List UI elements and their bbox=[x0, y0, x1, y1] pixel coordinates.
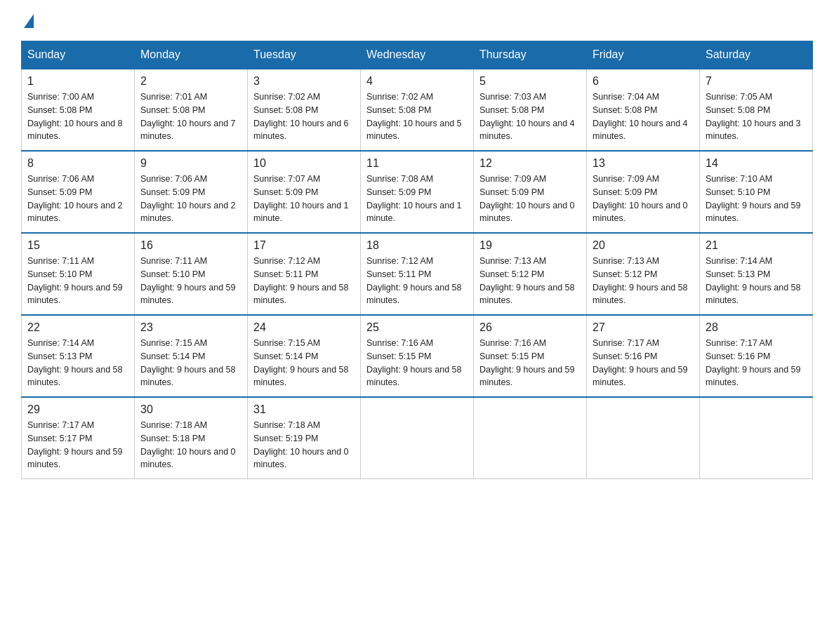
day-number: 25 bbox=[366, 321, 468, 334]
day-info: Sunrise: 7:11 AMSunset: 5:10 PMDaylight:… bbox=[140, 255, 241, 307]
calendar-week-2: 8 Sunrise: 7:06 AMSunset: 5:09 PMDayligh… bbox=[22, 151, 813, 233]
day-of-week-tuesday: Tuesday bbox=[248, 41, 361, 69]
calendar-week-3: 15 Sunrise: 7:11 AMSunset: 5:10 PMDaylig… bbox=[22, 233, 813, 315]
calendar-cell: 26 Sunrise: 7:16 AMSunset: 5:15 PMDaylig… bbox=[474, 315, 587, 397]
calendar-cell: 15 Sunrise: 7:11 AMSunset: 5:10 PMDaylig… bbox=[22, 233, 135, 315]
day-info: Sunrise: 7:17 AMSunset: 5:17 PMDaylight:… bbox=[27, 419, 128, 471]
day-info: Sunrise: 7:17 AMSunset: 5:16 PMDaylight:… bbox=[593, 337, 694, 389]
calendar-cell: 2 Sunrise: 7:01 AMSunset: 5:08 PMDayligh… bbox=[135, 69, 248, 151]
day-number: 23 bbox=[140, 321, 241, 334]
day-number: 11 bbox=[366, 157, 468, 170]
day-number: 22 bbox=[27, 321, 128, 334]
day-number: 3 bbox=[253, 75, 355, 88]
calendar-cell: 16 Sunrise: 7:11 AMSunset: 5:10 PMDaylig… bbox=[135, 233, 248, 315]
day-of-week-monday: Monday bbox=[135, 41, 248, 69]
calendar-cell: 5 Sunrise: 7:03 AMSunset: 5:08 PMDayligh… bbox=[474, 69, 587, 151]
day-info: Sunrise: 7:17 AMSunset: 5:16 PMDaylight:… bbox=[706, 337, 807, 389]
day-info: Sunrise: 7:07 AMSunset: 5:09 PMDaylight:… bbox=[253, 173, 355, 225]
page-header bbox=[21, 14, 813, 27]
calendar-cell: 4 Sunrise: 7:02 AMSunset: 5:08 PMDayligh… bbox=[361, 69, 474, 151]
calendar-cell: 11 Sunrise: 7:08 AMSunset: 5:09 PMDaylig… bbox=[361, 151, 474, 233]
calendar-cell: 17 Sunrise: 7:12 AMSunset: 5:11 PMDaylig… bbox=[248, 233, 361, 315]
day-info: Sunrise: 7:05 AMSunset: 5:08 PMDaylight:… bbox=[706, 90, 807, 143]
day-number: 19 bbox=[479, 239, 581, 252]
day-info: Sunrise: 7:12 AMSunset: 5:11 PMDaylight:… bbox=[253, 255, 355, 307]
day-number: 7 bbox=[706, 75, 807, 88]
calendar-cell: 7 Sunrise: 7:05 AMSunset: 5:08 PMDayligh… bbox=[700, 69, 813, 151]
calendar-cell: 28 Sunrise: 7:17 AMSunset: 5:16 PMDaylig… bbox=[700, 315, 813, 397]
day-number: 27 bbox=[593, 321, 694, 334]
day-info: Sunrise: 7:02 AMSunset: 5:08 PMDaylight:… bbox=[253, 90, 355, 143]
day-info: Sunrise: 7:16 AMSunset: 5:15 PMDaylight:… bbox=[479, 337, 581, 389]
day-info: Sunrise: 7:01 AMSunset: 5:08 PMDaylight:… bbox=[140, 90, 241, 143]
calendar-cell: 13 Sunrise: 7:09 AMSunset: 5:09 PMDaylig… bbox=[587, 151, 700, 233]
day-info: Sunrise: 7:18 AMSunset: 5:19 PMDaylight:… bbox=[253, 419, 355, 471]
calendar-header: SundayMondayTuesdayWednesdayThursdayFrid… bbox=[22, 41, 813, 69]
day-number: 17 bbox=[253, 239, 355, 252]
calendar-table: SundayMondayTuesdayWednesdayThursdayFrid… bbox=[21, 41, 813, 479]
day-info: Sunrise: 7:10 AMSunset: 5:10 PMDaylight:… bbox=[706, 173, 807, 225]
day-info: Sunrise: 7:04 AMSunset: 5:08 PMDaylight:… bbox=[593, 90, 694, 143]
calendar-cell: 10 Sunrise: 7:07 AMSunset: 5:09 PMDaylig… bbox=[248, 151, 361, 233]
calendar-cell: 27 Sunrise: 7:17 AMSunset: 5:16 PMDaylig… bbox=[587, 315, 700, 397]
calendar-body: 1 Sunrise: 7:00 AMSunset: 5:08 PMDayligh… bbox=[22, 69, 813, 479]
day-info: Sunrise: 7:06 AMSunset: 5:09 PMDaylight:… bbox=[140, 173, 241, 225]
day-info: Sunrise: 7:15 AMSunset: 5:14 PMDaylight:… bbox=[140, 337, 241, 389]
day-info: Sunrise: 7:13 AMSunset: 5:12 PMDaylight:… bbox=[593, 255, 694, 307]
day-info: Sunrise: 7:14 AMSunset: 5:13 PMDaylight:… bbox=[27, 337, 128, 389]
day-number: 24 bbox=[253, 321, 355, 334]
day-number: 30 bbox=[140, 403, 241, 416]
day-of-week-thursday: Thursday bbox=[474, 41, 587, 69]
calendar-cell: 9 Sunrise: 7:06 AMSunset: 5:09 PMDayligh… bbox=[135, 151, 248, 233]
day-number: 15 bbox=[27, 239, 128, 252]
day-info: Sunrise: 7:16 AMSunset: 5:15 PMDaylight:… bbox=[366, 337, 468, 389]
calendar-cell: 18 Sunrise: 7:12 AMSunset: 5:11 PMDaylig… bbox=[361, 233, 474, 315]
calendar-cell: 24 Sunrise: 7:15 AMSunset: 5:14 PMDaylig… bbox=[248, 315, 361, 397]
day-info: Sunrise: 7:09 AMSunset: 5:09 PMDaylight:… bbox=[593, 173, 694, 225]
calendar-cell: 3 Sunrise: 7:02 AMSunset: 5:08 PMDayligh… bbox=[248, 69, 361, 151]
calendar-cell: 31 Sunrise: 7:18 AMSunset: 5:19 PMDaylig… bbox=[248, 397, 361, 479]
calendar-cell bbox=[700, 397, 813, 479]
day-info: Sunrise: 7:00 AMSunset: 5:08 PMDaylight:… bbox=[27, 90, 128, 143]
day-of-week-wednesday: Wednesday bbox=[361, 41, 474, 69]
logo-triangle-icon bbox=[24, 14, 34, 28]
day-number: 20 bbox=[593, 239, 694, 252]
day-number: 5 bbox=[479, 75, 581, 88]
day-number: 26 bbox=[479, 321, 581, 334]
day-info: Sunrise: 7:15 AMSunset: 5:14 PMDaylight:… bbox=[253, 337, 355, 389]
calendar-cell: 25 Sunrise: 7:16 AMSunset: 5:15 PMDaylig… bbox=[361, 315, 474, 397]
day-info: Sunrise: 7:08 AMSunset: 5:09 PMDaylight:… bbox=[366, 173, 468, 225]
day-number: 1 bbox=[27, 75, 128, 88]
day-info: Sunrise: 7:09 AMSunset: 5:09 PMDaylight:… bbox=[479, 173, 581, 225]
day-of-week-friday: Friday bbox=[587, 41, 700, 69]
calendar-cell: 1 Sunrise: 7:00 AMSunset: 5:08 PMDayligh… bbox=[22, 69, 135, 151]
calendar-cell: 6 Sunrise: 7:04 AMSunset: 5:08 PMDayligh… bbox=[587, 69, 700, 151]
day-number: 13 bbox=[593, 157, 694, 170]
day-of-week-sunday: Sunday bbox=[22, 41, 135, 69]
day-of-week-saturday: Saturday bbox=[700, 41, 813, 69]
calendar-cell: 29 Sunrise: 7:17 AMSunset: 5:17 PMDaylig… bbox=[22, 397, 135, 479]
calendar-week-4: 22 Sunrise: 7:14 AMSunset: 5:13 PMDaylig… bbox=[22, 315, 813, 397]
calendar-cell: 12 Sunrise: 7:09 AMSunset: 5:09 PMDaylig… bbox=[474, 151, 587, 233]
calendar-cell bbox=[361, 397, 474, 479]
day-number: 14 bbox=[706, 157, 807, 170]
calendar-week-5: 29 Sunrise: 7:17 AMSunset: 5:17 PMDaylig… bbox=[22, 397, 813, 479]
day-info: Sunrise: 7:12 AMSunset: 5:11 PMDaylight:… bbox=[366, 255, 468, 307]
calendar-cell: 22 Sunrise: 7:14 AMSunset: 5:13 PMDaylig… bbox=[22, 315, 135, 397]
day-number: 2 bbox=[140, 75, 241, 88]
day-number: 10 bbox=[253, 157, 355, 170]
calendar-cell: 19 Sunrise: 7:13 AMSunset: 5:12 PMDaylig… bbox=[474, 233, 587, 315]
day-number: 16 bbox=[140, 239, 241, 252]
day-info: Sunrise: 7:02 AMSunset: 5:08 PMDaylight:… bbox=[366, 90, 468, 143]
calendar-cell: 20 Sunrise: 7:13 AMSunset: 5:12 PMDaylig… bbox=[587, 233, 700, 315]
calendar-cell bbox=[587, 397, 700, 479]
day-number: 28 bbox=[706, 321, 807, 334]
day-info: Sunrise: 7:13 AMSunset: 5:12 PMDaylight:… bbox=[479, 255, 581, 307]
calendar-cell bbox=[474, 397, 587, 479]
day-number: 31 bbox=[253, 403, 355, 416]
calendar-cell: 14 Sunrise: 7:10 AMSunset: 5:10 PMDaylig… bbox=[700, 151, 813, 233]
day-number: 21 bbox=[706, 239, 807, 252]
day-number: 12 bbox=[479, 157, 581, 170]
day-info: Sunrise: 7:14 AMSunset: 5:13 PMDaylight:… bbox=[706, 255, 807, 307]
day-info: Sunrise: 7:18 AMSunset: 5:18 PMDaylight:… bbox=[140, 419, 241, 471]
